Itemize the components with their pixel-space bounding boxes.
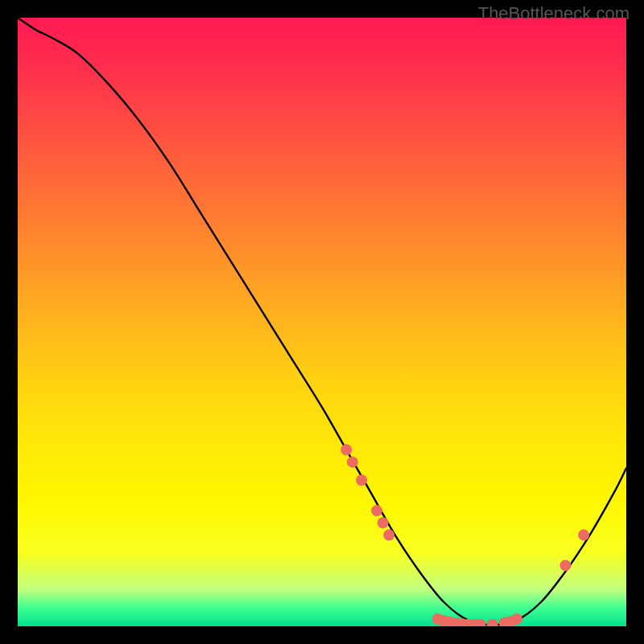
watermark-text: TheBottleneck.com	[478, 3, 630, 24]
data-marker	[511, 613, 522, 625]
data-marker	[347, 456, 358, 468]
data-marker	[341, 444, 352, 456]
data-marker	[487, 619, 498, 626]
data-marker	[378, 517, 389, 528]
bottleneck-curve	[18, 18, 626, 625]
data-marker	[578, 530, 589, 541]
data-markers	[341, 444, 589, 626]
data-marker	[383, 530, 394, 541]
data-marker	[356, 475, 367, 486]
data-marker	[371, 505, 382, 516]
plot-area	[18, 18, 626, 626]
data-marker	[559, 559, 571, 571]
chart-svg	[18, 18, 626, 626]
